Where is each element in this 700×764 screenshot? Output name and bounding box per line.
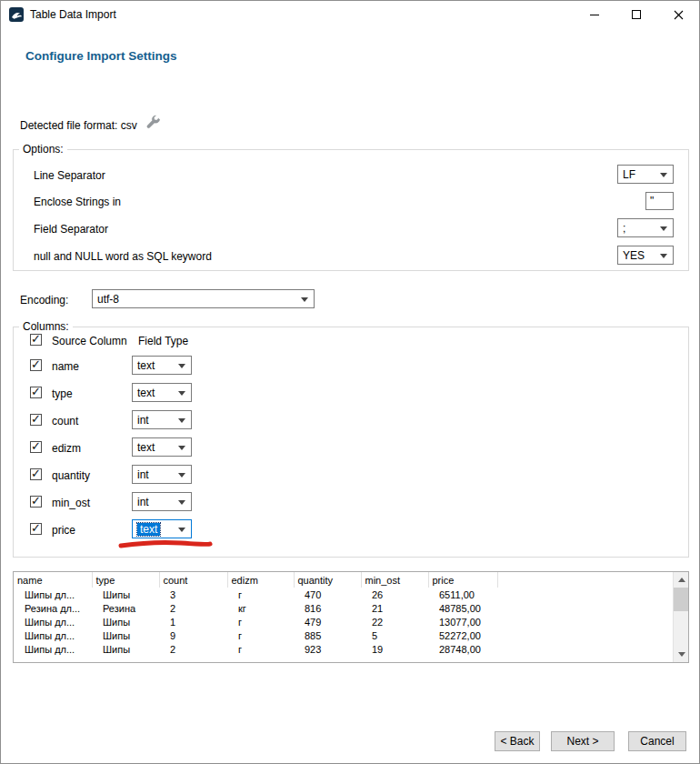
page-title: Configure Import Settings [25, 49, 177, 63]
line-separator-label: Line Separator [34, 169, 105, 182]
preview-table: name type count edizm quantity min_ost p… [13, 571, 689, 663]
column-label-price: price [52, 524, 75, 537]
preview-header: name [14, 572, 92, 588]
column-label-name: name [52, 360, 79, 373]
enclose-strings-label: Enclose Strings in [34, 196, 121, 208]
chevron-down-icon [178, 473, 185, 478]
preview-header: type [92, 572, 159, 588]
field-type-select-type[interactable]: text [132, 383, 192, 402]
field-separator-label: Field Separator [34, 223, 108, 236]
close-icon [674, 10, 684, 20]
column-label-quantity: quantity [52, 469, 90, 482]
vertical-scrollbar[interactable] [673, 572, 688, 662]
column-label-count: count [52, 415, 78, 427]
preview-header: min_ost [361, 572, 428, 588]
source-column-header: Source Column [52, 335, 127, 347]
options-group: Options: Line Separator LF Enclose Strin… [13, 149, 689, 271]
table-row[interactable]: Шипы дл...Шипы 3г 47026 6511,00 [14, 588, 673, 601]
chevron-down-icon [178, 446, 185, 450]
app-icon [9, 7, 24, 22]
field-type-select-edizm[interactable]: text [132, 437, 192, 457]
scroll-down-button[interactable] [674, 647, 689, 662]
close-button[interactable] [657, 1, 699, 28]
chevron-down-icon [301, 297, 308, 302]
preview-header: edizm [227, 572, 294, 588]
detected-format-label: Detected file format: csv [20, 119, 137, 132]
annotation-underline [117, 538, 214, 549]
back-button[interactable]: < Back [495, 731, 540, 751]
columns-legend: Columns: [19, 320, 73, 333]
checkbox-type[interactable] [30, 387, 42, 398]
null-keyword-label: null and NULL word as SQL keyword [34, 250, 212, 263]
encoding-select[interactable]: utf-8 [92, 289, 315, 308]
maximize-button[interactable] [615, 1, 657, 28]
table-row[interactable]: Резина дл...Резина 2кг 81621 48785,00 [14, 601, 673, 615]
minimize-button[interactable] [574, 1, 615, 28]
checkbox-name[interactable] [30, 359, 42, 371]
checkbox-price[interactable] [30, 523, 42, 535]
field-type-select-quantity[interactable]: int [132, 465, 192, 484]
triangle-down-icon [678, 652, 685, 657]
preview-header: count [159, 572, 227, 588]
chevron-down-icon [178, 418, 185, 423]
line-separator-select[interactable]: LF [617, 165, 674, 184]
field-separator-select[interactable]: ; [617, 218, 674, 237]
select-all-checkbox[interactable] [30, 334, 42, 346]
options-legend: Options: [19, 143, 67, 156]
triangle-up-icon [678, 578, 685, 582]
checkbox-count[interactable] [30, 414, 42, 426]
checkbox-edizm[interactable] [30, 441, 42, 453]
checkbox-min-ost[interactable] [30, 496, 42, 508]
preview-header [497, 572, 673, 588]
column-label-min-ost: min_ost [52, 497, 90, 509]
enclose-strings-input[interactable] [645, 192, 674, 210]
field-type-select-name[interactable]: text [132, 356, 192, 375]
scroll-up-button[interactable] [674, 572, 689, 588]
table-data-import-window: Table Data Import Configure Import Setti… [0, 0, 700, 764]
chevron-down-icon [178, 364, 185, 368]
field-type-select-count[interactable]: int [132, 410, 192, 429]
column-label-edizm: edizm [52, 442, 81, 455]
column-label-type: type [52, 387, 73, 400]
chevron-down-icon [660, 173, 667, 177]
chevron-down-icon [660, 226, 667, 231]
window-title: Table Data Import [30, 8, 116, 21]
table-row[interactable]: Шипы дл...Шипы 1г 47922 13077,00 [14, 615, 673, 628]
preview-header-row: name type count edizm quantity min_ost p… [14, 572, 673, 588]
preview-header: quantity [294, 572, 361, 588]
titlebar[interactable]: Table Data Import [1, 1, 699, 28]
table-row[interactable]: Шипы дл...Шипы 9г 8855 52272,00 [14, 628, 673, 642]
encoding-label: Encoding: [20, 294, 68, 307]
columns-group: Columns: Source Column Field Type name t… [13, 327, 689, 558]
field-type-select-min-ost[interactable]: int [132, 492, 192, 511]
chevron-down-icon [660, 254, 667, 258]
cancel-button[interactable]: Cancel [628, 731, 686, 751]
checkbox-quantity[interactable] [30, 468, 42, 480]
chevron-down-icon [178, 500, 185, 505]
null-keyword-select[interactable]: YES [617, 246, 674, 265]
chevron-down-icon [178, 391, 185, 396]
next-button[interactable]: Next > [551, 731, 615, 751]
chevron-down-icon [178, 528, 185, 532]
preview-header: price [428, 572, 497, 588]
maximize-icon [632, 10, 641, 19]
minimize-icon [590, 15, 599, 15]
field-type-header: Field Type [138, 335, 188, 347]
table-row[interactable]: Шипы дл...Шипы 2г 92319 28748,00 [14, 642, 673, 656]
field-type-select-price[interactable]: text [132, 519, 192, 538]
scrollbar-thumb[interactable] [674, 588, 689, 611]
wrench-icon[interactable] [145, 115, 161, 131]
